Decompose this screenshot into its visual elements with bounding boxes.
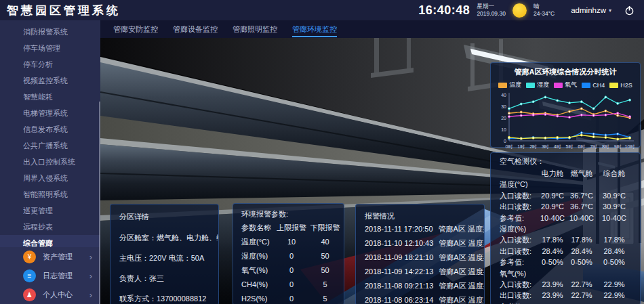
power-button[interactable] xyxy=(624,5,635,16)
legend-label: 湿度 xyxy=(537,81,549,89)
alarm-row: 2018-11-10 12:10:43 管廊A区 温度异常 xyxy=(356,236,484,251)
alarm-row: 2018-11-11 17:20:50 管廊A区 温度异常 xyxy=(356,222,484,236)
svg-text:7时: 7时 xyxy=(590,144,597,149)
chart-title: 管廊A区环境综合情况分时统计 xyxy=(491,67,640,77)
air-table-row: 湿度(%) xyxy=(491,223,640,234)
tab[interactable]: 管廊安防监控 xyxy=(113,20,158,38)
legend-swatch xyxy=(554,83,563,88)
sidebar-group-icon: ¥ xyxy=(23,251,36,263)
zone-row: 联系方式：137000088812 xyxy=(110,295,218,303)
chart-legend: 温度 湿度 氧气 CH4 H2S xyxy=(491,81,640,89)
svg-text:4时: 4时 xyxy=(554,144,561,149)
sidebar-scrollbar-thumb[interactable] xyxy=(99,102,100,304)
sidebar-group-label: 个人中心 xyxy=(43,290,89,300)
tab[interactable]: 管廊设备监控 xyxy=(173,20,218,38)
legend-label: 温度 xyxy=(509,81,521,89)
header-right: 16:40:48 星期一 2019.09.30 晴 24-34°C adminh… xyxy=(418,3,644,17)
alarm-row: 2018-11-09 14:22:13 管廊A区 温度异常 xyxy=(356,265,484,279)
alarm-params-table: 温度(°C) 10 40 湿度(%) 0 50 氧气(%) 0 50 CH4(%… xyxy=(233,235,344,304)
date: 2019.09.30 xyxy=(477,10,506,18)
sidebar-item[interactable]: 出入口控制系统 xyxy=(0,154,100,170)
air-table-row: 出口读数: 23.9% 22.7% 22.9% xyxy=(491,290,640,301)
alarms-list: 2018-11-11 17:20:50 管廊A区 温度异常 2018-11-10… xyxy=(356,222,484,304)
sidebar-item[interactable]: 视频监控系统 xyxy=(0,72,100,89)
zone-row: 负责人：张三 xyxy=(110,274,218,283)
sidebar-item[interactable]: 周界入侵系统 xyxy=(0,170,100,186)
legend-swatch xyxy=(582,83,590,88)
legend-swatch xyxy=(526,83,535,88)
legend-item[interactable]: CH4 xyxy=(582,82,605,89)
smart-park-app: 智慧园区管理系统 16:40:48 星期一 2019.09.30 晴 24-34… xyxy=(0,0,644,304)
svg-text:40: 40 xyxy=(501,93,506,97)
tab[interactable]: 管廊照明监控 xyxy=(233,20,277,38)
zone-panel-title: 分区详情 xyxy=(110,204,218,222)
temp-range: 24-34°C xyxy=(534,10,555,18)
sidebar-item[interactable]: 信息发布系统 xyxy=(0,121,100,137)
sidebar-group[interactable]: ♟ 个人中心 › xyxy=(0,285,100,304)
air-panel-title: 空气检测仪： xyxy=(491,153,640,168)
sidebar-item[interactable]: 停车场管理 xyxy=(0,40,100,56)
air-table-row: 出口读数: 28.4% 28.4% 28.4% xyxy=(491,246,640,257)
sidebar-group-icon: ≡ xyxy=(23,269,36,282)
sidebar-groups: ¥ 资产管理 › ≡ 日志管理 › ♟ 个人中心 › xyxy=(0,247,100,304)
alarms-panel: 报警情况 2018-11-11 17:20:50 管廊A区 温度异常 2018-… xyxy=(355,204,485,304)
svg-text:10时: 10时 xyxy=(625,144,635,149)
svg-text:0: 0 xyxy=(504,139,506,144)
alarms-title: 报警情况 xyxy=(356,204,484,221)
date-block: 星期一 2019.09.30 xyxy=(477,3,506,17)
svg-text:3时: 3时 xyxy=(542,144,549,149)
app-header: 智慧园区管理系统 16:40:48 星期一 2019.09.30 晴 24-34… xyxy=(0,0,644,20)
env-chart-panel: 管廊A区环境综合情况分时统计 温度 湿度 氧气 CH4 xyxy=(490,62,641,148)
alarm-params-row: 湿度(%) 0 50 xyxy=(233,249,344,263)
weekday: 星期一 xyxy=(477,3,506,10)
sidebar-group-icon: ♟ xyxy=(23,288,36,301)
sidebar-item[interactable]: 停车分析 xyxy=(0,56,100,72)
chevron-down-icon: ▾ xyxy=(609,7,611,14)
tab[interactable]: 管廊环境监控 xyxy=(292,20,337,38)
sidebar-group-label: 日志管理 xyxy=(43,271,89,281)
sidebar-item[interactable]: 电梯管理系统 xyxy=(0,105,100,121)
sidebar-item[interactable]: 公共广播系统 xyxy=(0,137,100,154)
alarm-params-row: CH4(%) 0 5 xyxy=(233,278,344,292)
zone-detail-panel: 分区详情 分区舱室：燃气舱、电力舱、综合舱主电压：220V 电流：50A负责人：… xyxy=(110,204,219,304)
zone-row: 分区舱室：燃气舱、电力舱、综合舱 xyxy=(110,234,218,242)
air-table-row: 参考值: 10-40C 10-40C 10-40C xyxy=(491,213,640,223)
legend-swatch xyxy=(609,83,618,88)
air-table-row: 氧气(%) xyxy=(491,268,640,279)
env-line-chart: 0102030400时1时2时3时4时5时6时7时8时9时10时 xyxy=(496,90,635,151)
legend-item[interactable]: H2S xyxy=(609,82,632,89)
legend-label: CH4 xyxy=(592,82,605,89)
weather-text: 晴 xyxy=(534,3,555,10)
chevron-right-icon: › xyxy=(89,252,92,262)
svg-text:8时: 8时 xyxy=(602,144,609,149)
sidebar-item[interactable]: 智能照明系统 xyxy=(0,186,100,202)
weather-block: 晴 24-34°C xyxy=(534,3,555,17)
air-table-row: 入口读数: 20.9°C 36.7°C 30.9°C xyxy=(491,190,640,201)
zone-row: 主电压：220V 电流：50A xyxy=(110,254,218,263)
user-menu[interactable]: adminhzw ▾ xyxy=(571,6,611,14)
sidebar-item[interactable]: 智慧能耗 xyxy=(0,89,100,105)
sidebar-item[interactable]: 巡更管理 xyxy=(0,202,100,219)
app-title: 智慧园区管理系统 xyxy=(0,3,121,18)
alarm-params-row: H2S(%) 0 5 xyxy=(233,292,344,304)
air-table-row: 参考值: 0-50% 0-50% 0-50% xyxy=(491,257,640,267)
legend-item[interactable]: 湿度 xyxy=(526,81,549,89)
alarm-params-header: 参数名称 上限报警 下限报警 xyxy=(233,221,344,235)
chevron-right-icon: › xyxy=(89,290,92,300)
power-icon xyxy=(624,5,635,16)
alarm-params-row: 温度(°C) 10 40 xyxy=(233,235,344,249)
legend-item[interactable]: 温度 xyxy=(498,81,521,89)
sidebar-group[interactable]: ¥ 资产管理 › xyxy=(0,247,100,266)
svg-text:0时: 0时 xyxy=(506,144,513,149)
legend-label: 氧气 xyxy=(565,81,577,89)
air-table-row: 出口读数: 20.9°C 36.7°C 30.9°C xyxy=(491,201,640,212)
sidebar-item[interactable]: 消防报警系统 xyxy=(0,24,100,40)
svg-text:30: 30 xyxy=(501,104,506,109)
sidebar-item[interactable]: 远程抄表 xyxy=(0,219,100,235)
username: adminhzw xyxy=(571,6,606,14)
tab-bar: 管廊安防监控管廊设备监控管廊照明监控管廊环境监控 xyxy=(100,20,644,38)
legend-item[interactable]: 氧气 xyxy=(554,81,577,89)
sidebar-group[interactable]: ≡ 日志管理 › xyxy=(0,266,100,285)
alarm-row: 2018-11-08 06:23:14 管廊A区 温度异常 xyxy=(356,293,484,304)
alarm-row: 2018-11-08 09:21:13 管廊A区 温度异常 xyxy=(356,279,484,293)
